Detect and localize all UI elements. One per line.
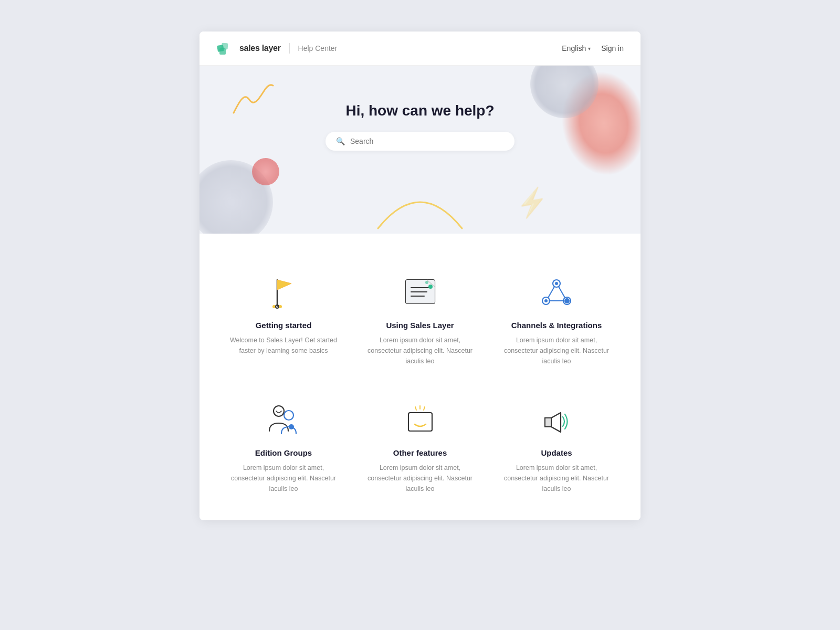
header-divider [289, 43, 290, 54]
svg-rect-26 [408, 413, 432, 431]
help-center-label: Help Center [298, 44, 338, 52]
other-features-title: Other features [393, 448, 447, 457]
squiggle-decoration [228, 81, 276, 123]
category-card-updates[interactable]: Updates Lorem ipsum dolor sit amet, cons… [494, 393, 620, 499]
categories-grid: Getting started Welcome to Sales Layer! … [220, 265, 620, 499]
updates-icon [533, 398, 580, 440]
logo-icon [216, 41, 233, 56]
svg-point-19 [564, 298, 570, 303]
sign-in-button[interactable]: Sign in [601, 44, 624, 52]
svg-line-29 [424, 407, 425, 410]
category-card-channels[interactable]: Channels & Integrations Lorem ipsum dolo… [494, 265, 620, 372]
pink-circle-small-decoration [252, 158, 279, 185]
svg-point-23 [274, 406, 284, 416]
page-wrapper: sales layer Help Center English ▾ Sign i… [200, 32, 640, 520]
categories-section: Getting started Welcome to Sales Layer! … [200, 234, 640, 520]
edition-groups-title: Edition Groups [255, 448, 312, 457]
getting-started-title: Getting started [256, 321, 312, 330]
updates-title: Updates [541, 448, 572, 457]
language-selector[interactable]: English ▾ [562, 44, 591, 52]
logo-text: sales layer [239, 44, 281, 53]
getting-started-desc: Welcome to Sales Layer! Get started fast… [226, 335, 341, 356]
svg-point-6 [279, 305, 282, 308]
updates-desc: Lorem ipsum dolor sit amet, consectetur … [499, 463, 614, 494]
channels-title: Channels & Integrations [511, 321, 602, 330]
category-card-edition-groups[interactable]: Edition Groups Lorem ipsum dolor sit ame… [220, 393, 346, 499]
other-features-icon [396, 398, 444, 440]
search-bar[interactable]: 🔍 [326, 132, 514, 151]
channels-icon [533, 270, 580, 312]
using-sales-layer-title: Using Sales Layer [386, 321, 454, 330]
lightning-decoration: ⚡ [513, 185, 551, 220]
channels-desc: Lorem ipsum dolor sit amet, consectetur … [499, 335, 614, 366]
category-card-other-features[interactable]: Other features Lorem ipsum dolor sit ame… [357, 393, 483, 499]
edition-groups-desc: Lorem ipsum dolor sit amet, consectetur … [226, 463, 341, 494]
hero-title: Hi, how can we help? [345, 102, 494, 119]
using-sales-layer-desc: Lorem ipsum dolor sit amet, consectetur … [362, 335, 478, 366]
hero-section: ⚡ Hi, how can we help? 🔍 [200, 66, 640, 234]
other-features-desc: Lorem ipsum dolor sit amet, consectetur … [362, 463, 478, 494]
header: sales layer Help Center English ▾ Sign i… [200, 32, 640, 66]
svg-point-13 [425, 281, 428, 284]
search-icon: 🔍 [336, 137, 345, 145]
header-left: sales layer Help Center [216, 41, 337, 56]
category-card-getting-started[interactable]: Getting started Welcome to Sales Layer! … [220, 265, 346, 372]
arc-decoration [373, 186, 467, 234]
svg-line-20 [548, 287, 554, 298]
svg-rect-30 [545, 418, 551, 427]
edition-groups-icon [260, 398, 307, 440]
search-input[interactable] [350, 137, 504, 145]
svg-point-12 [428, 285, 433, 289]
svg-line-27 [415, 407, 416, 410]
chevron-down-icon: ▾ [588, 46, 591, 51]
svg-point-17 [544, 299, 548, 302]
svg-point-25 [289, 424, 294, 429]
language-label: English [562, 44, 586, 52]
svg-rect-2 [219, 48, 226, 55]
category-card-using-sales-layer[interactable]: Using Sales Layer Lorem ipsum dolor sit … [357, 265, 483, 372]
using-sales-layer-icon [396, 270, 444, 312]
svg-point-24 [284, 411, 293, 420]
getting-started-icon [260, 270, 307, 312]
svg-point-15 [555, 282, 558, 285]
header-right: English ▾ Sign in [562, 44, 624, 52]
svg-line-21 [559, 287, 565, 298]
